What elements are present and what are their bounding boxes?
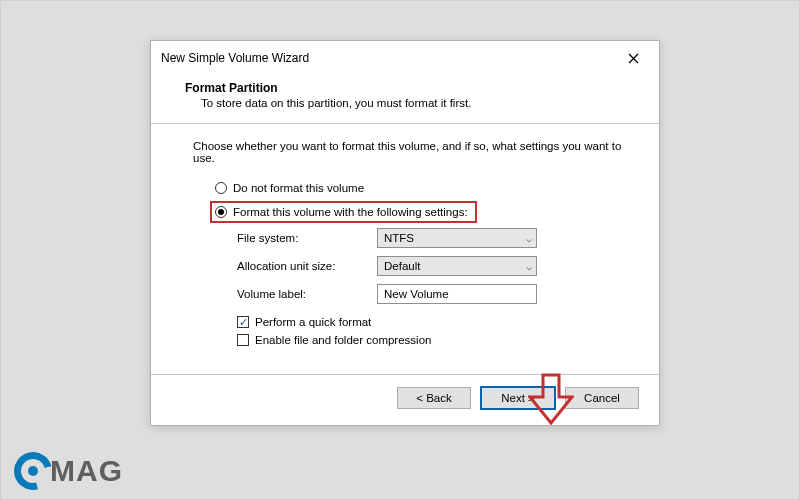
radio-label: Format this volume with the following se… (233, 206, 468, 218)
allocation-value: Default (384, 260, 420, 272)
wizard-content: Choose whether you want to format this v… (151, 124, 659, 374)
checkbox-quick-format[interactable]: ✓ Perform a quick format (215, 316, 625, 328)
format-options: Do not format this volume Format this vo… (185, 182, 625, 346)
filesystem-value: NTFS (384, 232, 414, 244)
watermark: MAG (14, 452, 123, 490)
allocation-label: Allocation unit size: (237, 260, 377, 272)
close-button[interactable] (615, 47, 651, 69)
chevron-down-icon: ⌵ (526, 261, 532, 272)
next-button[interactable]: Next > (481, 387, 555, 409)
page-subheading: To store data on this partition, you mus… (185, 97, 625, 109)
intro-text: Choose whether you want to format this v… (185, 140, 625, 164)
close-icon (628, 53, 639, 64)
radio-format-with-settings[interactable]: Format this volume with the following se… (213, 204, 474, 220)
cancel-button[interactable]: Cancel (565, 387, 639, 409)
page-heading: Format Partition (185, 81, 625, 95)
watermark-logo-icon (14, 452, 52, 490)
allocation-select[interactable]: Default ⌵ (377, 256, 537, 276)
watermark-text: MAG (50, 454, 123, 488)
checkbox-icon (237, 334, 249, 346)
back-button[interactable]: < Back (397, 387, 471, 409)
wizard-dialog: New Simple Volume Wizard Format Partitio… (150, 40, 660, 426)
chevron-down-icon: ⌵ (526, 233, 532, 244)
filesystem-label: File system: (237, 232, 377, 244)
checkbox-compression[interactable]: Enable file and folder compression (215, 334, 625, 346)
window-title: New Simple Volume Wizard (161, 51, 309, 65)
format-settings: File system: NTFS ⌵ Allocation unit size… (215, 228, 625, 304)
button-label: < Back (416, 392, 451, 404)
button-label: Cancel (584, 392, 620, 404)
volume-label-value: New Volume (384, 288, 449, 300)
radio-icon (215, 206, 227, 218)
checkbox-label: Perform a quick format (255, 316, 371, 328)
volume-label-input[interactable]: New Volume (377, 284, 537, 304)
checkbox-label: Enable file and folder compression (255, 334, 431, 346)
radio-do-not-format[interactable]: Do not format this volume (215, 182, 625, 194)
radio-icon (215, 182, 227, 194)
titlebar: New Simple Volume Wizard (151, 41, 659, 75)
button-label: Next > (501, 392, 535, 404)
filesystem-select[interactable]: NTFS ⌵ (377, 228, 537, 248)
volume-label-label: Volume label: (237, 288, 377, 300)
wizard-header: Format Partition To store data on this p… (151, 75, 659, 123)
radio-label: Do not format this volume (233, 182, 364, 194)
checkbox-icon: ✓ (237, 316, 249, 328)
wizard-footer: < Back Next > Cancel (151, 375, 659, 425)
